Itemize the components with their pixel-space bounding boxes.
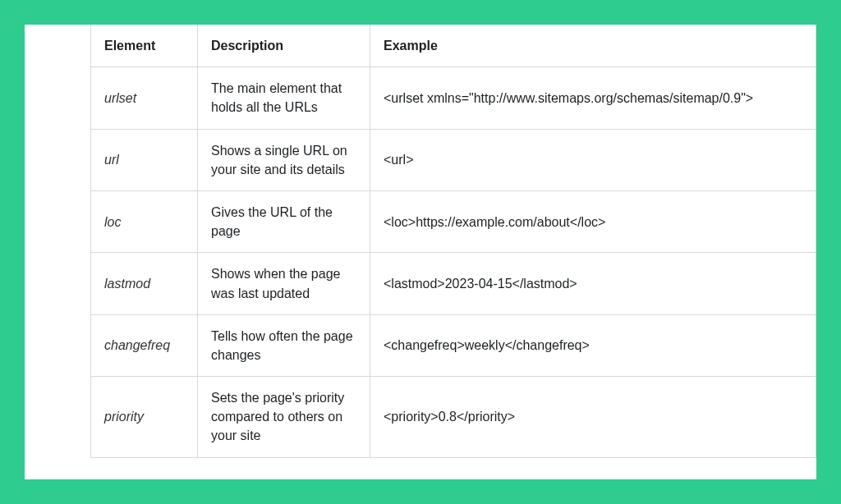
- table-row: changefreq Tells how often the page chan…: [91, 314, 816, 376]
- element-name: loc: [91, 190, 198, 252]
- element-example: <lastmod>2023-04-15</lastmod>: [370, 253, 816, 314]
- table-row: urlset The main element that holds all t…: [91, 67, 816, 129]
- element-name: lastmod: [91, 253, 198, 314]
- element-description: Shows a single URL on your site and its …: [198, 129, 370, 190]
- sitemap-elements-table: Element Description Example urlset The m…: [90, 25, 816, 458]
- table-header-row: Element Description Example: [91, 25, 816, 67]
- element-description: Shows when the page was last updated: [198, 253, 370, 314]
- element-description: Sets the page's priority compared to oth…: [198, 377, 370, 458]
- element-description: Tells how often the page changes: [198, 314, 370, 376]
- element-example: <loc>https://example.com/about</loc>: [370, 190, 816, 252]
- element-example: <priority>0.8</priority>: [370, 377, 816, 458]
- table-row: loc Gives the URL of the page <loc>https…: [91, 190, 816, 252]
- element-description: The main element that holds all the URLs: [198, 67, 370, 129]
- header-example: Example: [370, 25, 816, 67]
- table-row: lastmod Shows when the page was last upd…: [91, 253, 816, 314]
- element-example: <url>: [370, 129, 816, 190]
- document-container: Element Description Example urlset The m…: [25, 25, 816, 479]
- element-name: urlset: [91, 67, 198, 129]
- element-example: <changefreq>weekly</changefreq>: [370, 314, 816, 376]
- table-row: url Shows a single URL on your site and …: [91, 129, 816, 190]
- element-name: changefreq: [91, 314, 198, 376]
- table-row: priority Sets the page's priority compar…: [91, 377, 816, 458]
- header-description: Description: [198, 25, 370, 67]
- header-element: Element: [91, 25, 198, 67]
- element-description: Gives the URL of the page: [198, 190, 370, 252]
- element-name: priority: [91, 377, 198, 458]
- element-name: url: [91, 129, 198, 190]
- element-example: <urlset xmlns="http://www.sitemaps.org/s…: [370, 67, 816, 129]
